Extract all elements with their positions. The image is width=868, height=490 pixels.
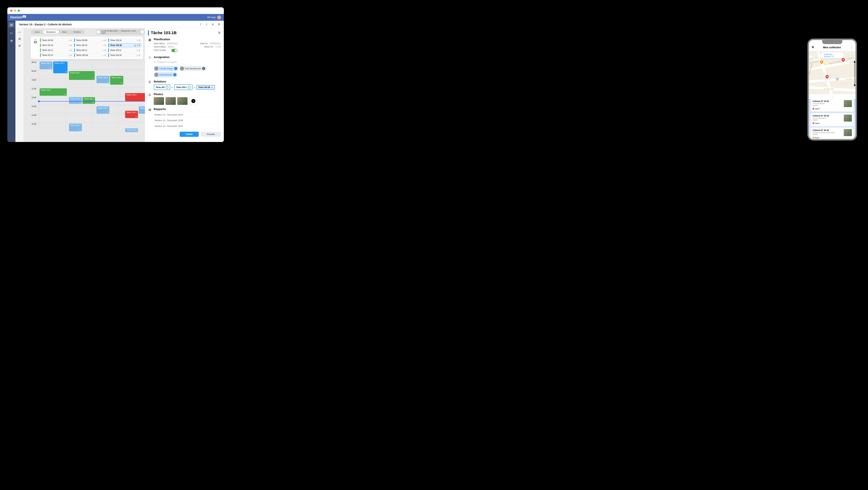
summary-task-pill[interactable]: Tâche 10211A☺⊞ xyxy=(74,53,107,57)
tab-weeks[interactable]: Semaines xyxy=(43,30,59,34)
summary-task-pill[interactable]: Tâche 102.11☺⊞ xyxy=(74,48,107,52)
timeline-event[interactable]: Tâche 102.6☺ xyxy=(139,106,145,114)
timeline-event[interactable]: Tâche 101.2☺ xyxy=(69,71,95,80)
timeline-event[interactable]: Tâche 101.1☺ xyxy=(40,88,67,96)
tab-timeline[interactable]: Timeline xyxy=(70,30,84,34)
day-summary-block: S 22 Tâche 101.09☺⊞Tâche 102.9B☺⊞Tâche 1… xyxy=(31,36,143,59)
mobile-close-button[interactable]: ✕ xyxy=(811,45,814,49)
timeline-event[interactable]: Tâche 102.1☺ xyxy=(40,61,53,69)
download-icon[interactable]: ⇩ xyxy=(206,23,208,26)
sidebar-chart-icon[interactable]: ◔ xyxy=(9,38,13,43)
window-maximize[interactable] xyxy=(18,9,20,12)
calendar-view-icon[interactable]: ▭ xyxy=(18,30,21,34)
sheet-collapse-handle[interactable]: ⌄ xyxy=(809,94,856,98)
tab-days[interactable]: Jours xyxy=(31,30,43,34)
report-link[interactable]: Secteur 1A - Document 103C xyxy=(154,123,221,129)
sidebar-grid-icon[interactable]: ⊞ xyxy=(8,22,14,27)
timeline: 08:0009:0010:0011:0012:0013:0014:0015:00… xyxy=(31,61,145,131)
add-date-icon[interactable]: ⊞ xyxy=(18,37,21,40)
tab-months[interactable]: Mois xyxy=(59,30,70,34)
export-icon[interactable]: ⇪ xyxy=(199,23,202,26)
timeline-event[interactable]: Tâche 102.3☺ xyxy=(69,124,82,131)
collection-card[interactable]: Collecte N° 35-22Rue du BelvédèreNantesU… xyxy=(811,113,854,126)
date-navigator: ‹ Lundi 30 Mai 2022 — Dimanche 5 Juin 20… xyxy=(96,29,145,35)
upload-icon[interactable]: ⊕ xyxy=(18,44,21,48)
app-header: DaxiumAir VIP User xyxy=(7,14,224,21)
window-minimize[interactable] xyxy=(14,9,16,12)
timeline-event[interactable]: Tâche 102.5☺ xyxy=(96,106,110,114)
calendar-icon: ▦ xyxy=(148,38,152,53)
collection-card[interactable]: Collecte N° 36-22Complexe Sportif Jean M… xyxy=(811,127,854,141)
phone-notch xyxy=(822,40,842,44)
map-zoom-thumb[interactable] xyxy=(854,85,855,86)
summary-task-pill[interactable]: Tâche 103.1A☺⊞ xyxy=(108,38,141,42)
collection-card[interactable]: Collecte N° 34-222 Rue Bd BalzacNantesUr… xyxy=(811,98,854,112)
timeline-event[interactable]: Tâche 102.4☺ xyxy=(96,76,110,83)
close-panel-button[interactable]: ✕ xyxy=(218,30,221,35)
summary-task-pill[interactable]: Tâche 101.11☺⊞ xyxy=(40,48,73,52)
map-zoom-thumb[interactable] xyxy=(854,61,855,63)
relation-node[interactable]: Tâche 103.1✓ xyxy=(174,85,192,90)
desktop-app-window: DaxiumAir VIP User ⊞ ▭ ◔ Secteur 1A - Eq… xyxy=(7,7,224,142)
remove-chip-icon[interactable]: ✕ xyxy=(202,67,205,70)
assign-input[interactable]: ⊕ Assigner à un agent xyxy=(154,60,221,64)
photo-thumbnail[interactable] xyxy=(165,97,176,105)
card-thumbnail xyxy=(844,129,852,136)
summary-task-pill[interactable]: Tâche 101.09☺⊞ xyxy=(40,38,73,42)
breadcrumb: Secteur 1A - Equipe 2 - Collecte de déch… xyxy=(19,23,72,26)
summary-task-pill[interactable]: Tâche 103.1B🔒⟳⊞ xyxy=(108,44,141,47)
report-link[interactable]: Secteur 1A - Document 103A xyxy=(154,112,221,118)
timeline-event[interactable]: Tâche 101.3☺ xyxy=(83,97,95,104)
assignee-chip[interactable]: Camille Dupain✕ xyxy=(154,66,178,71)
remove-chip-icon[interactable]: ✕ xyxy=(174,73,176,76)
cancel-button[interactable]: Annuler xyxy=(201,132,221,137)
validate-button[interactable]: Valider xyxy=(180,132,198,137)
reports-title: Rapports xyxy=(154,108,221,111)
mobile-title: Mes collectes xyxy=(823,46,841,49)
settings-icon[interactable]: ⚙ xyxy=(218,23,220,26)
timeline-event[interactable]: Tâche 104.1☺ xyxy=(125,93,145,101)
map-zoom-slider[interactable] xyxy=(855,60,855,86)
next-week-button[interactable]: › xyxy=(141,30,144,34)
summary-task-pill[interactable]: Tâche 101.10☺⊞ xyxy=(40,44,73,47)
mobile-menu-button[interactable]: ⋮ xyxy=(850,45,853,49)
map-filter-chip[interactable]: Collectes - Secteur 22 xyxy=(821,52,844,58)
panel-accent-bar xyxy=(148,30,149,35)
mobile-card-list: Collecte N° 34-222 Rue Bd BalzacNantesUr… xyxy=(809,98,856,141)
relation-node-active[interactable]: Tâche 103.1B☺ xyxy=(196,85,215,90)
view-icon-column: ▭ ⊞ ⊕ xyxy=(16,28,24,142)
timeline-event[interactable]: Tâche 103.1☺ xyxy=(53,61,67,73)
date-range-label: Lundi 30 Mai 2022 — Dimanche 5 Juin 2022 xyxy=(101,30,139,34)
timeline-event[interactable]: Tâche 101.4☺ xyxy=(110,76,123,85)
card-thumbnail xyxy=(844,115,852,122)
summary-task-pill[interactable]: Tâche 102.10☺⊞ xyxy=(74,44,107,47)
people-icon: ☺ xyxy=(148,55,152,77)
window-close[interactable] xyxy=(10,9,12,12)
assignee-chip[interactable]: Felix Birnamm✕ xyxy=(154,72,178,77)
prev-week-button[interactable]: ‹ xyxy=(97,30,100,34)
relation-node[interactable]: Tâche 103✓ xyxy=(154,85,170,90)
sidebar-calendar-icon[interactable]: ▭ xyxy=(9,31,13,35)
assignee-chip[interactable]: Paul Vanderroven✕ xyxy=(180,66,206,71)
mobile-map[interactable]: l'Hôtel Dieu Rue Perrault de la Madelein… xyxy=(809,51,856,94)
window-chrome xyxy=(7,7,224,14)
lock-date-toggle[interactable] xyxy=(172,49,178,52)
summary-task-pill[interactable]: Tâche 103.1D☺⊞ xyxy=(108,53,141,57)
search-icon[interactable]: ⊜ xyxy=(212,23,214,26)
panel-title: Tâche 103.1B xyxy=(151,30,177,35)
photo-thumbnail[interactable] xyxy=(154,97,164,105)
timeline-event[interactable]: Tâche 102.7☺ xyxy=(125,128,138,132)
report-link[interactable]: Secteur 1A - Document 103B xyxy=(154,118,221,123)
timeline-event[interactable]: Tâche 102.2☺ xyxy=(69,97,82,104)
add-photo-button[interactable]: + xyxy=(189,97,198,105)
topbar-actions: ⇪ ⇩ ⊜ ⚙ xyxy=(199,23,220,26)
photo-thumbnail[interactable] xyxy=(177,97,187,105)
summary-task-pill[interactable]: Tâche 102.9B☺⊞ xyxy=(74,38,107,42)
timeline-event[interactable]: Tâche 104.2☺ xyxy=(125,111,138,118)
remove-chip-icon[interactable]: ✕ xyxy=(174,67,177,70)
user-menu[interactable]: VIP User xyxy=(207,16,221,19)
brand-logo: DaxiumAir xyxy=(10,16,26,19)
summary-task-pill[interactable]: Tâche 101.12☺⊞ xyxy=(40,53,73,57)
summary-task-pill[interactable]: Tâche 103.1C☺⊞ xyxy=(108,48,141,52)
mobile-app-mockup: ✕ Mes collectes ⋮ l'Hôtel Dieu Rue Perra… xyxy=(807,38,857,141)
